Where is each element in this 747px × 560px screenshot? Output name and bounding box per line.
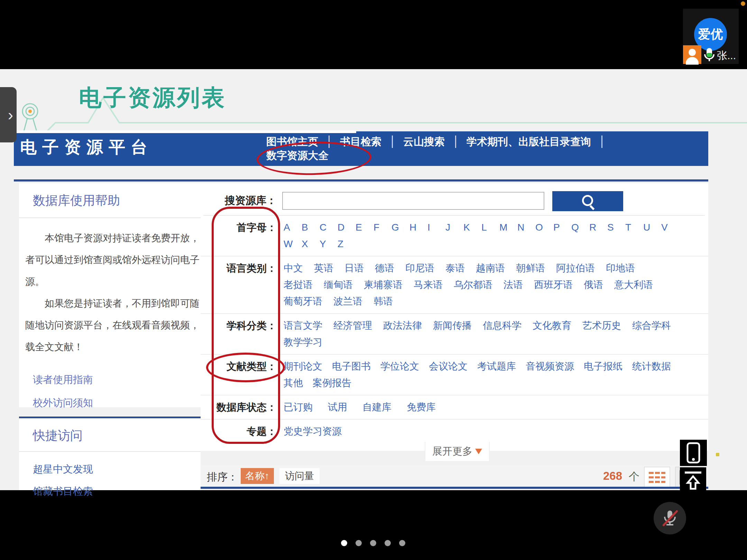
filter-option[interactable]: 艺术历史 <box>582 317 621 334</box>
filter-option[interactable]: 日语 <box>344 260 364 277</box>
filter-option[interactable]: 波兰语 <box>333 293 362 310</box>
filter-option[interactable]: 电子图书 <box>332 358 371 375</box>
filter-option[interactable]: 会议论文 <box>429 358 468 375</box>
filter-option[interactable]: V <box>661 219 672 236</box>
filter-option[interactable]: 意大利语 <box>614 277 653 293</box>
filter-option[interactable]: 葡萄牙语 <box>284 293 322 310</box>
filter-option[interactable]: 期刊论文 <box>284 358 322 375</box>
filter-option[interactable]: 印尼语 <box>405 260 434 277</box>
help-link[interactable]: 校外访问须知 <box>33 391 201 414</box>
result-count: 268 <box>603 469 622 483</box>
filter-option[interactable]: H <box>409 219 420 236</box>
quick-access-link[interactable]: 馆藏书目检索 <box>33 480 201 502</box>
back-to-top-button[interactable] <box>680 467 706 493</box>
filter-option[interactable]: 中文 <box>284 260 303 277</box>
filter-option[interactable]: 西班牙语 <box>534 277 573 293</box>
filter-option[interactable]: 缅甸语 <box>324 277 353 293</box>
filter-option[interactable]: 俄语 <box>584 277 603 293</box>
filter-option[interactable]: 自建库 <box>362 399 391 416</box>
nav-menu-item[interactable]: 学术期刊、出版社目录查询 <box>456 136 602 148</box>
filter-option[interactable]: M <box>499 219 510 236</box>
expand-more-button[interactable]: 展开更多 <box>425 442 490 462</box>
mic-muted-icon <box>660 508 680 529</box>
filter-option[interactable]: T <box>625 219 636 236</box>
filter-option[interactable]: 考试题库 <box>477 358 516 375</box>
filter-option[interactable]: 越南语 <box>476 260 505 277</box>
filter-option[interactable]: L <box>481 219 492 236</box>
filter-option[interactable]: 试用 <box>328 399 347 416</box>
filter-option[interactable]: 泰语 <box>445 260 465 277</box>
microphone-muted-button[interactable] <box>654 502 686 534</box>
filter-option[interactable]: 韩语 <box>374 293 393 310</box>
filter-option[interactable]: 乌尔都语 <box>454 277 492 293</box>
filter-option[interactable]: 教学学习 <box>284 334 322 351</box>
side-panel-toggle[interactable]: › <box>0 87 17 142</box>
carousel-dot[interactable] <box>399 540 405 546</box>
list-view-button[interactable] <box>644 467 670 488</box>
filter-option[interactable]: B <box>302 219 312 236</box>
filter-option[interactable]: E <box>356 219 366 236</box>
search-input[interactable] <box>282 192 544 210</box>
filter-option[interactable]: 德语 <box>375 260 394 277</box>
sort-by-name-button[interactable]: 名称↑ <box>241 468 274 484</box>
filter-option[interactable]: 免费库 <box>407 399 436 416</box>
filter-option[interactable]: 新闻传播 <box>433 317 472 334</box>
nav-menu-item[interactable]: 云山搜索 <box>393 136 456 148</box>
filter-option[interactable]: 印地语 <box>606 260 635 277</box>
mobile-version-button[interactable] <box>680 440 707 466</box>
filter-option[interactable]: 英语 <box>314 260 333 277</box>
filter-option[interactable]: 其他 <box>284 375 303 391</box>
filter-option[interactable]: 语言文学 <box>284 317 322 334</box>
filter-option[interactable]: 经济管理 <box>333 317 372 334</box>
carousel-dot[interactable] <box>341 540 347 546</box>
filter-option[interactable]: 党史学习资源 <box>284 423 342 440</box>
help-link[interactable]: 读者使用指南 <box>33 368 201 391</box>
filter-option[interactable]: 政法法律 <box>383 317 422 334</box>
filter-option[interactable]: 音视频资源 <box>526 358 574 375</box>
site-logo[interactable]: 电子资源平台 <box>20 136 153 158</box>
carousel-dot[interactable] <box>370 540 376 546</box>
participant-name: 张... <box>717 49 736 63</box>
filter-option[interactable]: N <box>517 219 528 236</box>
filter-option[interactable]: 电子报纸 <box>584 358 622 375</box>
filter-option[interactable]: 统计数据 <box>632 358 671 375</box>
carousel-dot[interactable] <box>356 540 362 546</box>
search-button[interactable] <box>552 191 623 211</box>
filter-option[interactable]: 已订购 <box>284 399 313 416</box>
filter-option[interactable]: 法语 <box>504 277 523 293</box>
filter-option[interactable]: G <box>391 219 402 236</box>
filter-option[interactable]: 马来语 <box>414 277 443 293</box>
filter-option[interactable]: O <box>535 219 546 236</box>
filter-option[interactable]: 综合学科 <box>632 317 671 334</box>
filter-option[interactable]: U <box>643 219 654 236</box>
filter-option[interactable]: D <box>338 219 348 236</box>
filter-option[interactable]: R <box>589 219 600 236</box>
filter-option[interactable]: 案例报告 <box>313 375 351 391</box>
filter-option[interactable]: 文化教育 <box>533 317 571 334</box>
filter-option[interactable]: 学位论文 <box>380 358 419 375</box>
filter-option[interactable]: P <box>553 219 564 236</box>
filter-option[interactable]: 老挝语 <box>284 277 313 293</box>
filter-option[interactable]: J <box>445 219 456 236</box>
back-to-top-icon <box>680 467 706 493</box>
filter-option[interactable]: 信息科学 <box>483 317 522 334</box>
quick-access-link[interactable]: 超星中文发现 <box>33 458 201 480</box>
expand-more-label: 展开更多 <box>432 445 472 458</box>
participant-video-tile[interactable]: 爱优 张... <box>683 9 739 64</box>
filter-option[interactable]: W <box>284 236 294 252</box>
filter-option[interactable]: 阿拉伯语 <box>556 260 595 277</box>
filter-option[interactable]: X <box>302 236 312 252</box>
filter-option[interactable]: 朝鲜语 <box>516 260 545 277</box>
filter-option[interactable]: Q <box>571 219 582 236</box>
filter-option[interactable]: Y <box>320 236 330 252</box>
carousel-dot[interactable] <box>385 540 391 546</box>
filter-option[interactable]: K <box>463 219 474 236</box>
filter-option[interactable]: F <box>374 219 384 236</box>
filter-option[interactable]: 柬埔寨语 <box>364 277 403 293</box>
sort-by-visits-button[interactable]: 访问量 <box>279 468 320 484</box>
filter-option[interactable]: I <box>427 219 438 236</box>
filter-option[interactable]: C <box>320 219 330 236</box>
filter-option[interactable]: A <box>284 219 294 236</box>
filter-option[interactable]: S <box>607 219 618 236</box>
filter-option[interactable]: Z <box>338 236 348 252</box>
